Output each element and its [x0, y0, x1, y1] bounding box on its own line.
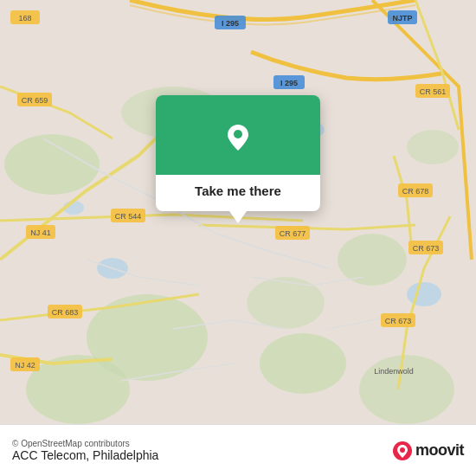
take-me-there-button[interactable]: Take me there	[195, 183, 281, 198]
info-bar-content: © OpenStreetMap contributors ACC Telecom…	[12, 439, 384, 462]
svg-text:CR 659: CR 659	[22, 96, 48, 105]
svg-text:CR 678: CR 678	[402, 187, 429, 196]
svg-text:168: 168	[18, 14, 31, 23]
svg-text:I 295: I 295	[280, 79, 298, 87]
map-area: I 295 NJTP I 295 CR 659 CR 561 CR 544 NJ…	[0, 0, 476, 424]
svg-point-4	[260, 333, 346, 394]
svg-text:CR 673: CR 673	[413, 244, 440, 253]
svg-text:Lindenwold: Lindenwold	[374, 367, 414, 376]
svg-point-46	[400, 447, 405, 453]
svg-point-3	[26, 355, 130, 424]
location-pin-icon	[215, 114, 261, 159]
moovit-pin-icon	[393, 441, 412, 460]
svg-text:NJ 42: NJ 42	[15, 361, 35, 370]
moovit-text: moovit	[415, 441, 464, 460]
svg-point-12	[407, 282, 441, 306]
info-bar: © OpenStreetMap contributors ACC Telecom…	[0, 424, 476, 476]
svg-text:CR 677: CR 677	[280, 229, 306, 238]
popup-arrow	[229, 211, 247, 223]
svg-text:CR 673: CR 673	[385, 317, 412, 325]
svg-point-9	[407, 130, 459, 164]
svg-point-6	[359, 355, 454, 424]
svg-text:CR 561: CR 561	[420, 87, 447, 96]
svg-text:NJTP: NJTP	[392, 14, 412, 23]
popup-card[interactable]: Take me there	[156, 95, 320, 211]
svg-text:CR 544: CR 544	[115, 212, 142, 221]
osm-attribution: © OpenStreetMap contributors	[12, 439, 384, 448]
svg-point-5	[338, 234, 407, 286]
svg-text:NJ 41: NJ 41	[30, 228, 51, 237]
moovit-logo: moovit	[393, 441, 464, 460]
svg-point-44	[234, 130, 242, 138]
svg-text:CR 683: CR 683	[52, 308, 79, 317]
popup-header	[156, 95, 320, 175]
svg-text:I 295: I 295	[222, 19, 239, 28]
popup-label-section[interactable]: Take me there	[181, 175, 295, 211]
location-title: ACC Telecom, Philadelphia	[12, 448, 384, 462]
